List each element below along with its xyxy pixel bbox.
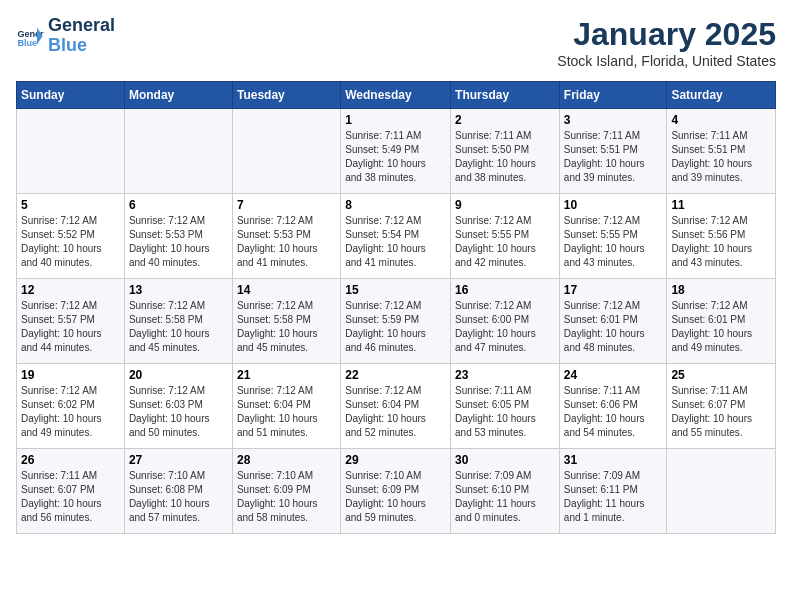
day-info: Sunrise: 7:12 AM Sunset: 5:53 PM Dayligh… (237, 214, 336, 270)
calendar-cell: 19Sunrise: 7:12 AM Sunset: 6:02 PM Dayli… (17, 364, 125, 449)
calendar-cell: 6Sunrise: 7:12 AM Sunset: 5:53 PM Daylig… (124, 194, 232, 279)
day-number: 5 (21, 198, 120, 212)
day-number: 24 (564, 368, 663, 382)
day-info: Sunrise: 7:11 AM Sunset: 5:50 PM Dayligh… (455, 129, 555, 185)
calendar-week-row: 1Sunrise: 7:11 AM Sunset: 5:49 PM Daylig… (17, 109, 776, 194)
day-number: 11 (671, 198, 771, 212)
calendar-cell: 25Sunrise: 7:11 AM Sunset: 6:07 PM Dayli… (667, 364, 776, 449)
calendar-cell: 7Sunrise: 7:12 AM Sunset: 5:53 PM Daylig… (232, 194, 340, 279)
day-info: Sunrise: 7:11 AM Sunset: 5:51 PM Dayligh… (564, 129, 663, 185)
day-info: Sunrise: 7:11 AM Sunset: 6:05 PM Dayligh… (455, 384, 555, 440)
weekday-header: Monday (124, 82, 232, 109)
day-info: Sunrise: 7:12 AM Sunset: 6:01 PM Dayligh… (671, 299, 771, 355)
calendar-cell: 20Sunrise: 7:12 AM Sunset: 6:03 PM Dayli… (124, 364, 232, 449)
calendar-cell: 5Sunrise: 7:12 AM Sunset: 5:52 PM Daylig… (17, 194, 125, 279)
day-info: Sunrise: 7:11 AM Sunset: 5:51 PM Dayligh… (671, 129, 771, 185)
calendar-cell: 11Sunrise: 7:12 AM Sunset: 5:56 PM Dayli… (667, 194, 776, 279)
day-number: 10 (564, 198, 663, 212)
calendar-cell: 8Sunrise: 7:12 AM Sunset: 5:54 PM Daylig… (341, 194, 451, 279)
weekday-header: Saturday (667, 82, 776, 109)
calendar-cell: 18Sunrise: 7:12 AM Sunset: 6:01 PM Dayli… (667, 279, 776, 364)
calendar-week-row: 26Sunrise: 7:11 AM Sunset: 6:07 PM Dayli… (17, 449, 776, 534)
weekday-header: Sunday (17, 82, 125, 109)
day-info: Sunrise: 7:12 AM Sunset: 6:02 PM Dayligh… (21, 384, 120, 440)
calendar-cell: 28Sunrise: 7:10 AM Sunset: 6:09 PM Dayli… (232, 449, 340, 534)
calendar-cell: 31Sunrise: 7:09 AM Sunset: 6:11 PM Dayli… (559, 449, 667, 534)
day-info: Sunrise: 7:12 AM Sunset: 5:55 PM Dayligh… (455, 214, 555, 270)
day-info: Sunrise: 7:12 AM Sunset: 5:59 PM Dayligh… (345, 299, 446, 355)
calendar-cell: 30Sunrise: 7:09 AM Sunset: 6:10 PM Dayli… (451, 449, 560, 534)
svg-text:Blue: Blue (17, 38, 37, 48)
day-number: 25 (671, 368, 771, 382)
calendar-week-row: 19Sunrise: 7:12 AM Sunset: 6:02 PM Dayli… (17, 364, 776, 449)
calendar-cell: 2Sunrise: 7:11 AM Sunset: 5:50 PM Daylig… (451, 109, 560, 194)
day-info: Sunrise: 7:12 AM Sunset: 5:58 PM Dayligh… (129, 299, 228, 355)
calendar-cell: 23Sunrise: 7:11 AM Sunset: 6:05 PM Dayli… (451, 364, 560, 449)
calendar-cell: 21Sunrise: 7:12 AM Sunset: 6:04 PM Dayli… (232, 364, 340, 449)
calendar-cell: 16Sunrise: 7:12 AM Sunset: 6:00 PM Dayli… (451, 279, 560, 364)
calendar-cell (232, 109, 340, 194)
day-number: 31 (564, 453, 663, 467)
day-info: Sunrise: 7:12 AM Sunset: 6:03 PM Dayligh… (129, 384, 228, 440)
day-number: 22 (345, 368, 446, 382)
day-number: 15 (345, 283, 446, 297)
calendar-cell: 17Sunrise: 7:12 AM Sunset: 6:01 PM Dayli… (559, 279, 667, 364)
day-number: 3 (564, 113, 663, 127)
logo: General Blue GeneralBlue (16, 16, 115, 56)
calendar-cell: 13Sunrise: 7:12 AM Sunset: 5:58 PM Dayli… (124, 279, 232, 364)
day-info: Sunrise: 7:12 AM Sunset: 5:52 PM Dayligh… (21, 214, 120, 270)
weekday-header: Tuesday (232, 82, 340, 109)
day-info: Sunrise: 7:10 AM Sunset: 6:09 PM Dayligh… (345, 469, 446, 525)
day-info: Sunrise: 7:12 AM Sunset: 5:54 PM Dayligh… (345, 214, 446, 270)
logo-text: GeneralBlue (48, 16, 115, 56)
calendar-cell: 22Sunrise: 7:12 AM Sunset: 6:04 PM Dayli… (341, 364, 451, 449)
day-info: Sunrise: 7:12 AM Sunset: 5:53 PM Dayligh… (129, 214, 228, 270)
calendar-cell: 29Sunrise: 7:10 AM Sunset: 6:09 PM Dayli… (341, 449, 451, 534)
day-number: 7 (237, 198, 336, 212)
calendar-cell: 1Sunrise: 7:11 AM Sunset: 5:49 PM Daylig… (341, 109, 451, 194)
calendar-cell: 14Sunrise: 7:12 AM Sunset: 5:58 PM Dayli… (232, 279, 340, 364)
calendar-cell: 26Sunrise: 7:11 AM Sunset: 6:07 PM Dayli… (17, 449, 125, 534)
day-number: 14 (237, 283, 336, 297)
calendar-cell: 3Sunrise: 7:11 AM Sunset: 5:51 PM Daylig… (559, 109, 667, 194)
day-number: 6 (129, 198, 228, 212)
weekday-header: Friday (559, 82, 667, 109)
day-number: 20 (129, 368, 228, 382)
calendar-cell (667, 449, 776, 534)
day-number: 1 (345, 113, 446, 127)
day-number: 16 (455, 283, 555, 297)
day-info: Sunrise: 7:10 AM Sunset: 6:09 PM Dayligh… (237, 469, 336, 525)
header-row: SundayMondayTuesdayWednesdayThursdayFrid… (17, 82, 776, 109)
title-block: January 2025 Stock Island, Florida, Unit… (557, 16, 776, 69)
logo-icon: General Blue (16, 22, 44, 50)
day-number: 4 (671, 113, 771, 127)
month-title: January 2025 (557, 16, 776, 53)
day-info: Sunrise: 7:12 AM Sunset: 5:58 PM Dayligh… (237, 299, 336, 355)
day-info: Sunrise: 7:11 AM Sunset: 5:49 PM Dayligh… (345, 129, 446, 185)
day-info: Sunrise: 7:09 AM Sunset: 6:11 PM Dayligh… (564, 469, 663, 525)
day-info: Sunrise: 7:12 AM Sunset: 5:56 PM Dayligh… (671, 214, 771, 270)
calendar-cell: 4Sunrise: 7:11 AM Sunset: 5:51 PM Daylig… (667, 109, 776, 194)
page-header: General Blue GeneralBlue January 2025 St… (16, 16, 776, 69)
day-info: Sunrise: 7:12 AM Sunset: 6:01 PM Dayligh… (564, 299, 663, 355)
day-number: 12 (21, 283, 120, 297)
calendar-cell: 27Sunrise: 7:10 AM Sunset: 6:08 PM Dayli… (124, 449, 232, 534)
calendar-table: SundayMondayTuesdayWednesdayThursdayFrid… (16, 81, 776, 534)
calendar-cell: 24Sunrise: 7:11 AM Sunset: 6:06 PM Dayli… (559, 364, 667, 449)
calendar-cell: 9Sunrise: 7:12 AM Sunset: 5:55 PM Daylig… (451, 194, 560, 279)
calendar-cell: 10Sunrise: 7:12 AM Sunset: 5:55 PM Dayli… (559, 194, 667, 279)
day-number: 21 (237, 368, 336, 382)
day-info: Sunrise: 7:12 AM Sunset: 6:00 PM Dayligh… (455, 299, 555, 355)
day-number: 17 (564, 283, 663, 297)
day-info: Sunrise: 7:11 AM Sunset: 6:07 PM Dayligh… (671, 384, 771, 440)
day-number: 29 (345, 453, 446, 467)
day-number: 13 (129, 283, 228, 297)
day-number: 9 (455, 198, 555, 212)
day-info: Sunrise: 7:12 AM Sunset: 6:04 PM Dayligh… (345, 384, 446, 440)
calendar-week-row: 5Sunrise: 7:12 AM Sunset: 5:52 PM Daylig… (17, 194, 776, 279)
calendar-cell (17, 109, 125, 194)
day-number: 23 (455, 368, 555, 382)
day-number: 28 (237, 453, 336, 467)
location: Stock Island, Florida, United States (557, 53, 776, 69)
day-info: Sunrise: 7:11 AM Sunset: 6:07 PM Dayligh… (21, 469, 120, 525)
